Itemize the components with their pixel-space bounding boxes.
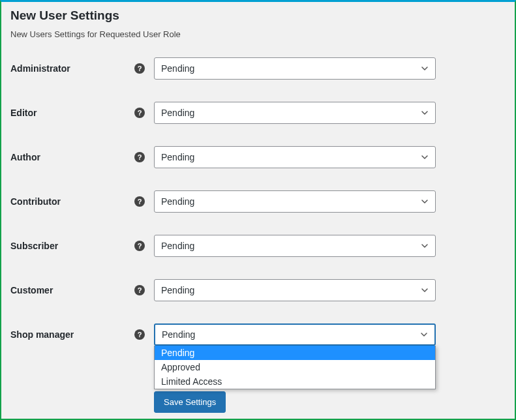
role-row-contributor: Contributor?Pending xyxy=(10,190,506,213)
status-select-value: Pending xyxy=(161,241,194,251)
select-wrap-shop-manager: PendingPendingApprovedLimited Access xyxy=(154,323,436,346)
select-wrap-contributor: Pending xyxy=(154,190,436,213)
status-select-author[interactable]: Pending xyxy=(154,146,436,168)
chevron-down-icon xyxy=(421,109,429,117)
select-wrap-author: Pending xyxy=(154,146,436,168)
status-select-editor[interactable]: Pending xyxy=(154,102,436,124)
status-select-value: Pending xyxy=(161,152,194,162)
role-label-shop-manager: Shop manager xyxy=(10,329,134,340)
dropdown-option[interactable]: Approved xyxy=(155,360,435,374)
help-icon[interactable]: ? xyxy=(134,63,145,74)
page-subtitle: New Users Settings for Requested User Ro… xyxy=(10,29,506,39)
status-select-value: Pending xyxy=(162,329,195,340)
help-icon[interactable]: ? xyxy=(134,285,145,295)
select-wrap-customer: Pending xyxy=(154,279,436,301)
select-wrap-administrator: Pending xyxy=(154,57,436,80)
status-select-contributor[interactable]: Pending xyxy=(154,190,436,213)
chevron-down-icon xyxy=(421,153,429,161)
dropdown-option[interactable]: Limited Access xyxy=(155,374,435,389)
help-icon[interactable]: ? xyxy=(134,196,145,207)
status-select-subscriber[interactable]: Pending xyxy=(154,235,436,257)
status-select-value: Pending xyxy=(161,196,194,207)
page-title: New User Settings xyxy=(10,8,506,23)
help-icon[interactable]: ? xyxy=(134,329,145,340)
select-wrap-editor: Pending xyxy=(154,102,436,124)
help-icon[interactable]: ? xyxy=(134,108,145,118)
status-select-shop-manager[interactable]: Pending xyxy=(154,323,436,346)
role-row-shop-manager: Shop manager?PendingPendingApprovedLimit… xyxy=(10,323,506,346)
role-row-editor: Editor?Pending xyxy=(10,102,506,124)
dropdown-option[interactable]: Pending xyxy=(155,346,435,360)
help-icon[interactable]: ? xyxy=(134,241,145,251)
role-label-author: Author xyxy=(10,152,134,162)
chevron-down-icon xyxy=(421,198,429,205)
role-label-administrator: Administrator xyxy=(10,63,134,74)
role-row-author: Author?Pending xyxy=(10,146,506,168)
status-select-administrator[interactable]: Pending xyxy=(154,57,436,80)
role-row-administrator: Administrator?Pending xyxy=(10,57,506,80)
select-wrap-subscriber: Pending xyxy=(154,235,436,257)
role-row-subscriber: Subscriber?Pending xyxy=(10,235,506,257)
role-label-contributor: Contributor xyxy=(10,196,134,207)
role-row-customer: Customer?Pending xyxy=(10,279,506,301)
chevron-down-icon xyxy=(421,242,429,250)
dropdown-list-shop-manager: PendingApprovedLimited Access xyxy=(154,346,436,389)
status-select-value: Pending xyxy=(161,108,194,118)
save-settings-button[interactable]: Save Settings xyxy=(154,391,226,413)
role-label-subscriber: Subscriber xyxy=(10,241,134,251)
settings-panel: New User Settings New Users Settings for… xyxy=(0,0,516,420)
role-label-editor: Editor xyxy=(10,108,134,118)
role-label-customer: Customer xyxy=(10,285,134,295)
chevron-down-icon xyxy=(420,331,428,338)
status-select-value: Pending xyxy=(161,63,194,74)
chevron-down-icon xyxy=(421,286,429,294)
help-icon[interactable]: ? xyxy=(134,152,145,162)
chevron-down-icon xyxy=(421,65,429,72)
status-select-value: Pending xyxy=(161,285,194,295)
status-select-customer[interactable]: Pending xyxy=(154,279,436,301)
